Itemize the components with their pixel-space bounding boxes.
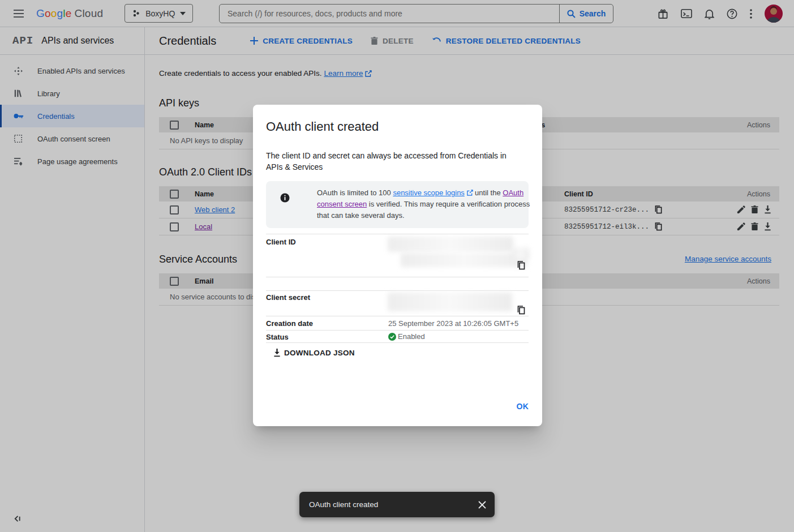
close-icon[interactable] xyxy=(478,501,486,509)
creation-date-label: Creation date xyxy=(266,319,313,328)
redacted-client-id xyxy=(512,247,529,259)
info-text: until the xyxy=(473,188,503,197)
info-icon xyxy=(280,193,290,203)
status-value: Enabled xyxy=(398,332,425,341)
creation-date-value: 25 September 2023 at 10:26:05 GMT+5 xyxy=(388,319,518,328)
check-circle-icon xyxy=(388,333,396,341)
dialog-title: OAuth client created xyxy=(266,119,379,134)
divider xyxy=(266,234,529,234)
divider xyxy=(266,290,529,291)
divider xyxy=(266,342,529,343)
copy-client-secret-icon[interactable] xyxy=(517,306,525,315)
ok-button[interactable]: OK xyxy=(517,402,529,411)
client-secret-label: Client secret xyxy=(266,293,310,302)
toast-message: OAuth client created xyxy=(309,500,478,509)
dialog-subtitle: The client ID and secret can always be a… xyxy=(266,150,521,173)
copy-client-id-icon[interactable] xyxy=(517,261,525,270)
redacted-client-id xyxy=(401,253,527,267)
download-json-button[interactable]: DOWNLOAD JSON xyxy=(273,349,355,357)
toast-notification: OAuth client created xyxy=(299,492,495,517)
download-icon xyxy=(273,349,281,357)
divider xyxy=(266,316,529,316)
divider xyxy=(266,330,529,331)
sensitive-scope-logins-link[interactable]: sensitive scope logins xyxy=(393,188,464,197)
info-banner: OAuth is limited to 100 sensitive scope … xyxy=(266,181,529,228)
info-text: OAuth is limited to 100 xyxy=(317,188,393,197)
status-label: Status xyxy=(266,333,289,341)
client-id-label: Client ID xyxy=(266,238,296,246)
redacted-client-secret xyxy=(388,293,512,311)
divider xyxy=(266,277,529,277)
download-json-label: DOWNLOAD JSON xyxy=(284,349,355,357)
external-link-icon xyxy=(467,190,473,196)
redacted-client-id xyxy=(388,237,513,252)
oauth-client-created-dialog: OAuth client created The client ID and s… xyxy=(253,105,542,426)
